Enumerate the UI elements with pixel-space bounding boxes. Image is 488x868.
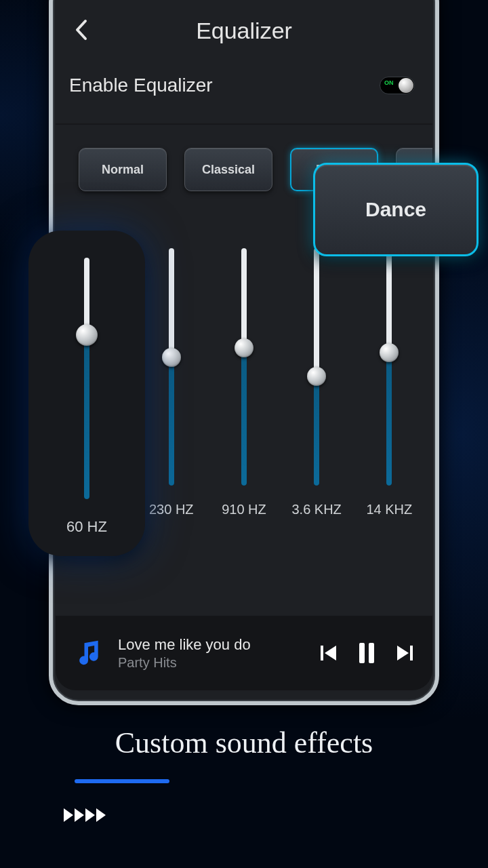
eq-band-910hz: 910 HZ (215, 248, 273, 553)
svg-marker-4 (397, 646, 409, 660)
chevron-left-icon (74, 18, 89, 41)
chevron-right-icon (95, 807, 110, 823)
toggle-knob (399, 78, 413, 93)
back-button[interactable] (68, 16, 95, 43)
next-button[interactable] (394, 643, 415, 663)
page-title: Equalizer (196, 18, 292, 44)
enable-toggle[interactable]: ON (380, 77, 415, 94)
band-label: 3.6 KHZ (291, 502, 341, 517)
header: Equalizer (56, 0, 432, 61)
band-label: 60 HZ (66, 518, 107, 536)
enable-label: Enable Equalizer (69, 75, 213, 96)
slider-thumb[interactable] (380, 343, 399, 362)
preset-normal[interactable]: Normal (79, 148, 167, 191)
arrow-decor (62, 807, 106, 823)
preset-classical[interactable]: Classical (184, 148, 272, 191)
slider-thumb[interactable] (307, 367, 326, 386)
previous-button[interactable] (319, 643, 339, 663)
svg-marker-6 (64, 808, 73, 822)
caption-underline (75, 779, 169, 783)
slider-track[interactable] (169, 248, 174, 486)
svg-marker-8 (85, 808, 95, 822)
eq-band-230hz: 230 HZ (142, 248, 201, 553)
band-label: 230 HZ (149, 502, 194, 517)
preset-dance-callout[interactable]: Dance (313, 163, 479, 256)
band-label: 14 KHZ (366, 502, 412, 517)
band-label: 910 HZ (222, 502, 266, 517)
svg-marker-9 (96, 808, 106, 822)
svg-rect-5 (410, 646, 413, 660)
slider-track[interactable] (241, 248, 247, 486)
toggle-state-text: ON (384, 79, 394, 86)
slider-thumb[interactable] (162, 348, 181, 367)
eq-band-60hz-featured: 60 HZ (28, 231, 145, 556)
eq-band-3-6khz: 3.6 KHZ (287, 248, 346, 553)
svg-rect-0 (321, 646, 323, 660)
promo-caption: Custom sound effects (0, 726, 488, 783)
slider-thumb[interactable] (235, 338, 253, 357)
eq-band-14khz: 14 KHZ (360, 248, 418, 553)
svg-rect-3 (369, 643, 374, 663)
slider-thumb[interactable] (76, 324, 98, 346)
track-album: Party Hits (118, 655, 319, 671)
svg-rect-2 (359, 643, 365, 663)
track-meta[interactable]: Love me like you do Party Hits (118, 636, 319, 671)
music-note-icon (73, 638, 103, 668)
pause-button[interactable] (357, 642, 377, 665)
track-title: Love me like you do (118, 636, 319, 654)
slider-track[interactable] (386, 248, 392, 486)
now-playing-bar: Love me like you do Party Hits (56, 616, 432, 690)
player-controls (319, 642, 415, 665)
svg-marker-7 (75, 808, 84, 822)
svg-marker-1 (325, 646, 336, 660)
slider-track[interactable] (314, 248, 319, 486)
slider-track[interactable] (84, 258, 89, 499)
enable-row: Enable Equalizer ON (56, 61, 432, 123)
